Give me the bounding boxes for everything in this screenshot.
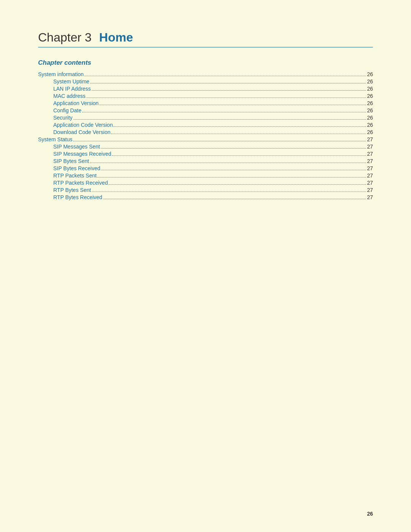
toc-page-number: 27 — [367, 187, 373, 193]
toc-page-number: 26 — [367, 129, 373, 135]
toc-entry[interactable]: MAC address26 — [38, 93, 373, 99]
toc-page-number: 27 — [367, 194, 373, 200]
toc-list: System information26System Uptime26LAN I… — [38, 71, 373, 200]
toc-dots — [92, 192, 366, 192]
toc-entry-text: Application Code Version — [53, 122, 113, 128]
toc-entry-text: RTP Packets Sent — [53, 173, 97, 179]
toc-entry-text: LAN IP Address — [53, 86, 91, 92]
chapter-contents-label: Chapter contents — [38, 59, 373, 67]
toc-entry[interactable]: System information26 — [38, 71, 373, 77]
toc-entry[interactable]: Config Date26 — [38, 107, 373, 113]
toc-page-number: 26 — [367, 100, 373, 106]
toc-dots — [97, 177, 366, 177]
chapter-divider — [38, 47, 373, 48]
toc-entry[interactable]: RTP Packets Sent27 — [38, 173, 373, 179]
toc-entry[interactable]: RTP Packets Received27 — [38, 180, 373, 186]
toc-entry-text: System Uptime — [53, 78, 89, 85]
toc-entry[interactable]: Application Version26 — [38, 100, 373, 106]
toc-page-number: 27 — [367, 180, 373, 186]
toc-page-number: 27 — [367, 136, 373, 142]
toc-entry-text: SIP Messages Sent — [53, 144, 100, 150]
toc-dots — [84, 76, 366, 76]
toc-dots — [90, 83, 366, 83]
toc-page-number: 26 — [367, 122, 373, 128]
toc-dots — [86, 97, 366, 98]
toc-entry[interactable]: SIP Bytes Sent27 — [38, 158, 373, 164]
page-container: Chapter 3 Home Chapter contents System i… — [0, 0, 411, 232]
toc-entry[interactable]: Security26 — [38, 115, 373, 121]
toc-page-number: 26 — [367, 86, 373, 92]
toc-entry-text: System Status — [38, 136, 72, 142]
toc-dots — [103, 199, 366, 199]
toc-dots — [111, 134, 366, 134]
toc-page-number: 26 — [367, 107, 373, 113]
toc-entry-text: System information — [38, 71, 84, 77]
toc-page-number: 27 — [367, 165, 373, 171]
toc-dots — [92, 90, 366, 91]
toc-dots — [82, 112, 366, 112]
toc-entry[interactable]: System Uptime26 — [38, 78, 373, 85]
toc-entry-text: SIP Bytes Sent — [53, 158, 89, 164]
toc-page-number: 26 — [367, 115, 373, 121]
toc-entry[interactable]: SIP Messages Received27 — [38, 151, 373, 157]
toc-page-number: 26 — [367, 71, 373, 77]
toc-entry-text: SIP Messages Received — [53, 151, 111, 157]
toc-page-number: 27 — [367, 144, 373, 150]
toc-entry-text: RTP Bytes Sent — [53, 187, 91, 193]
toc-entry-text: Download Code Version — [53, 129, 110, 135]
toc-page-number: 26 — [367, 93, 373, 99]
toc-entry[interactable]: RTP Bytes Received27 — [38, 194, 373, 200]
toc-entry[interactable]: System Status27 — [38, 136, 373, 142]
toc-dots — [99, 105, 366, 105]
toc-entry-text: Application Version — [53, 100, 99, 106]
toc-entry-text: MAC address — [53, 93, 86, 99]
toc-page-number: 27 — [367, 173, 373, 179]
chapter-title: Home — [99, 30, 133, 45]
toc-page-number: 27 — [367, 158, 373, 164]
toc-entry[interactable]: Application Code Version26 — [38, 122, 373, 128]
toc-entry-text: Config Date — [53, 107, 81, 113]
page-number: 26 — [367, 511, 373, 517]
chapter-label: Chapter 3 — [38, 30, 92, 45]
toc-entry[interactable]: LAN IP Address26 — [38, 86, 373, 92]
toc-entry-text: RTP Packets Received — [53, 180, 108, 186]
toc-dots — [113, 126, 366, 127]
toc-entry[interactable]: SIP Bytes Received27 — [38, 165, 373, 171]
toc-dots — [108, 184, 366, 185]
toc-entry-text: Security — [53, 115, 73, 121]
toc-entry-text: SIP Bytes Received — [53, 165, 100, 171]
toc-dots — [90, 163, 366, 163]
toc-entry[interactable]: Download Code Version26 — [38, 129, 373, 135]
toc-page-number: 26 — [367, 78, 373, 85]
toc-entry-text: RTP Bytes Received — [53, 194, 102, 200]
chapter-header: Chapter 3 Home — [38, 30, 373, 45]
toc-entry[interactable]: SIP Messages Sent27 — [38, 144, 373, 150]
toc-entry[interactable]: RTP Bytes Sent27 — [38, 187, 373, 193]
toc-dots — [73, 119, 366, 120]
toc-dots — [101, 170, 366, 170]
toc-dots — [73, 141, 366, 141]
toc-page-number: 27 — [367, 151, 373, 157]
toc-dots — [112, 155, 366, 156]
toc-dots — [101, 148, 366, 149]
